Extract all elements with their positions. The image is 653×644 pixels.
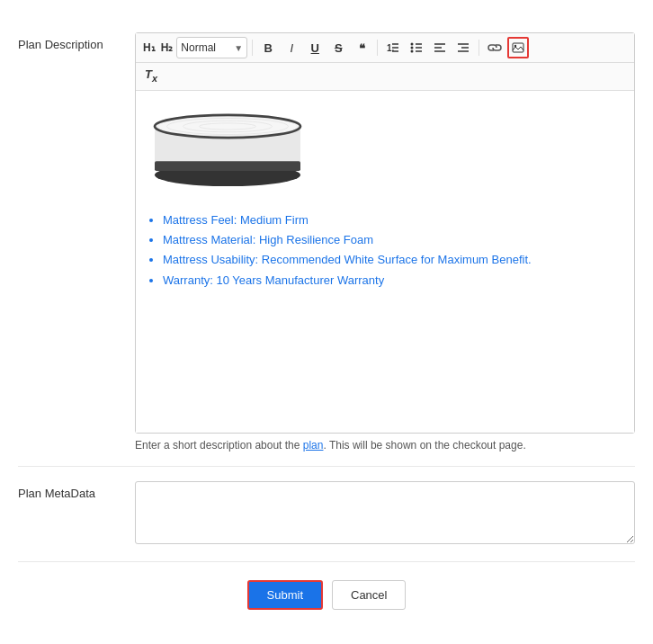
list-item: Mattress Material: High Resilience Foam	[163, 232, 623, 248]
unordered-list-icon	[410, 41, 423, 54]
image-icon	[512, 42, 524, 53]
align-left-icon	[434, 41, 446, 54]
separator-2	[377, 40, 378, 56]
link-button[interactable]	[484, 37, 505, 58]
toolbar-row1: H₁ H₂ Normal Heading 1 Heading 2 Heading…	[136, 33, 634, 63]
toolbar-row2: Tx	[136, 63, 634, 91]
plan-metadata-row: Plan MetaData	[18, 467, 635, 562]
hint-text: Enter a short description about the plan…	[135, 439, 635, 452]
clear-format-label: Tx	[145, 67, 157, 84]
plan-description-row: Plan Description H₁ H₂ Normal Heading 1 …	[18, 18, 635, 467]
hint-link[interactable]: plan	[303, 439, 324, 452]
submit-button[interactable]: Submit	[247, 580, 323, 610]
editor-content[interactable]: Mattress Feel: Medium Firm Mattress Mate…	[136, 91, 634, 433]
separator-3	[479, 40, 479, 56]
plan-metadata-label: Plan MetaData	[18, 481, 135, 500]
list-item: Mattress Feel: Medium Firm	[163, 212, 623, 228]
h2-button[interactable]: H₂	[159, 37, 175, 58]
align-left-button[interactable]	[429, 37, 451, 58]
svg-point-26	[159, 118, 297, 136]
svg-point-5	[411, 47, 414, 49]
bold-button[interactable]: B	[257, 37, 279, 58]
metadata-textarea[interactable]	[135, 481, 635, 544]
plan-description-field: H₁ H₂ Normal Heading 1 Heading 2 Heading…	[135, 32, 635, 452]
feature-list: Mattress Feel: Medium Firm Mattress Mate…	[147, 212, 623, 289]
h1-button[interactable]: H₁	[141, 37, 157, 58]
image-button[interactable]	[507, 37, 529, 58]
clear-format-button[interactable]: Tx	[141, 65, 161, 86]
separator-1	[252, 40, 253, 56]
svg-point-4	[411, 43, 414, 46]
buttons-row: Submit Cancel	[18, 562, 635, 619]
mattress-illustration	[147, 102, 309, 192]
ordered-list-button[interactable]: 1.	[382, 37, 404, 58]
align-right-button[interactable]	[452, 37, 474, 58]
underline-button[interactable]: U	[304, 37, 326, 58]
plan-metadata-field	[135, 481, 635, 547]
italic-button[interactable]: I	[281, 37, 302, 58]
mattress-image-container	[147, 102, 623, 194]
list-item: Warranty: 10 Years Manufacturer Warranty	[163, 273, 623, 289]
ordered-list-icon: 1.	[387, 41, 399, 54]
rich-text-editor: H₁ H₂ Normal Heading 1 Heading 2 Heading…	[135, 32, 635, 434]
format-select-wrap[interactable]: Normal Heading 1 Heading 2 Heading 3 ▼	[176, 37, 247, 58]
align-right-icon	[457, 41, 470, 54]
unordered-list-button[interactable]	[406, 37, 427, 58]
blockquote-button[interactable]: ❝	[351, 37, 372, 58]
link-icon	[488, 41, 502, 54]
svg-rect-24	[155, 161, 300, 171]
format-select[interactable]: Normal Heading 1 Heading 2 Heading 3	[181, 41, 243, 54]
plan-description-label: Plan Description	[18, 32, 135, 51]
cancel-button[interactable]: Cancel	[332, 580, 406, 610]
list-item: Mattress Usability: Recommended White Su…	[163, 252, 623, 268]
svg-point-6	[411, 50, 414, 53]
strikethrough-button[interactable]: S	[327, 37, 349, 58]
